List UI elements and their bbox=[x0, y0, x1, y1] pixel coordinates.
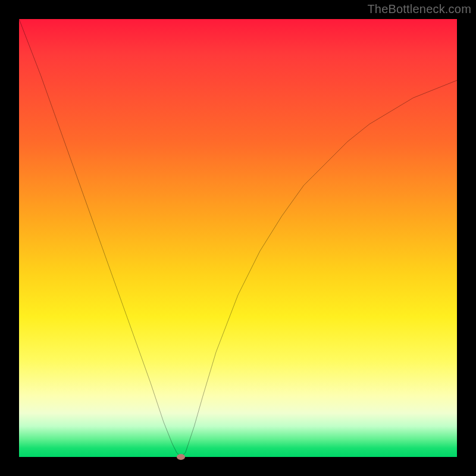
plot-area bbox=[19, 19, 457, 457]
curve-path bbox=[19, 19, 457, 457]
minimum-marker bbox=[177, 454, 185, 460]
chart-frame: TheBottleneck.com bbox=[0, 0, 476, 476]
bottleneck-curve bbox=[19, 19, 457, 457]
watermark-text: TheBottleneck.com bbox=[367, 2, 471, 16]
